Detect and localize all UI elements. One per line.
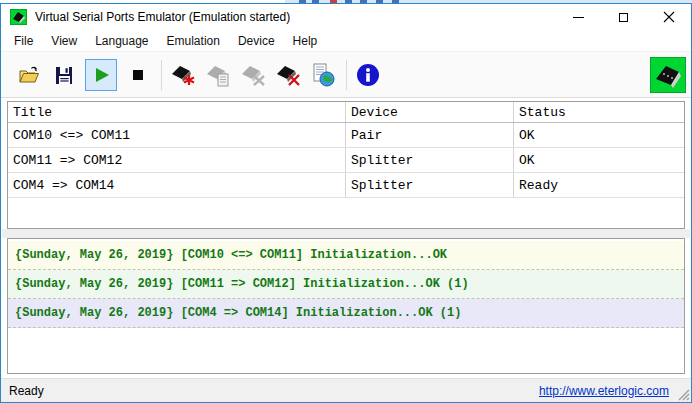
save-button[interactable]	[50, 60, 78, 90]
device-title: COM4 => COM14	[8, 173, 345, 197]
column-header-device[interactable]: Device	[345, 102, 513, 122]
log-panel: {Sunday, May 26, 2019} [COM10 <=> COM11]…	[7, 238, 685, 374]
log-entry-text: {Sunday, May 26, 2019} [COM10 <=> COM11]…	[15, 248, 447, 262]
device-status: Ready	[513, 173, 684, 197]
vspe-logo-icon	[650, 57, 686, 93]
start-emulation-button[interactable]	[85, 59, 117, 91]
table-header-row: Title Device Status	[8, 102, 684, 123]
open-button[interactable]	[15, 60, 43, 90]
table-row[interactable]: COM4 => COM14 Splitter Ready	[8, 173, 684, 198]
app-icon	[10, 9, 27, 25]
column-header-title[interactable]: Title	[8, 102, 345, 122]
toolbar-separator	[346, 60, 347, 90]
device-delete-all-icon	[275, 62, 301, 88]
device-status: OK	[513, 148, 684, 172]
minimize-icon	[573, 17, 584, 18]
floppy-disk-icon	[52, 63, 76, 87]
play-icon	[89, 63, 113, 87]
device-delete-icon	[240, 62, 266, 88]
toolbar	[1, 52, 691, 98]
window-title: Virtual Serial Ports Emulator (Emulation…	[35, 10, 290, 24]
folder-open-icon	[17, 63, 41, 87]
eterlogic-link[interactable]: http://www.eterlogic.com	[539, 384, 669, 398]
menu-emulation[interactable]: Emulation	[158, 31, 229, 51]
create-device-button[interactable]	[169, 60, 197, 90]
maximize-icon	[619, 13, 628, 22]
toolbar-separator	[161, 60, 162, 90]
device-title: COM11 => COM12	[8, 148, 345, 172]
menu-bar: File View Language Emulation Device Help	[1, 30, 691, 52]
screen: Virtual Serial Ports Emulator (Emulation…	[0, 0, 692, 403]
device-new-icon	[170, 62, 196, 88]
device-type: Pair	[345, 123, 513, 147]
log-entry[interactable]: {Sunday, May 26, 2019} [COM4 => COM14] I…	[8, 299, 684, 328]
panel-splitter[interactable]	[2, 229, 690, 238]
log-entry-text: {Sunday, May 26, 2019} [COM11 => COM12] …	[15, 277, 469, 291]
menu-help[interactable]: Help	[284, 31, 327, 51]
table-row[interactable]: COM10 <=> COM11 Pair OK	[8, 123, 684, 148]
info-icon	[355, 62, 381, 88]
devices-table: Title Device Status COM10 <=> COM11 Pair…	[7, 101, 685, 229]
minimize-button[interactable]	[556, 4, 601, 30]
device-type: Splitter	[345, 148, 513, 172]
log-entry[interactable]: {Sunday, May 26, 2019} [COM11 => COM12] …	[8, 270, 684, 299]
client-area: Title Device Status COM10 <=> COM11 Pair…	[1, 98, 691, 378]
resize-grip-icon[interactable]	[677, 388, 690, 401]
menu-device[interactable]: Device	[229, 31, 284, 51]
menu-view[interactable]: View	[42, 31, 86, 51]
log-entry[interactable]: {Sunday, May 26, 2019} [COM10 <=> COM11]…	[8, 241, 684, 270]
caption-buttons	[556, 4, 691, 30]
status-bar: Ready http://www.eterlogic.com	[1, 378, 691, 402]
close-button[interactable]	[646, 4, 691, 30]
device-type: Splitter	[345, 173, 513, 197]
maximize-button[interactable]	[601, 4, 646, 30]
close-icon	[663, 11, 675, 23]
delete-device-button	[239, 60, 267, 90]
log-entry-text: {Sunday, May 26, 2019} [COM4 => COM14] I…	[15, 306, 461, 320]
menu-file[interactable]: File	[5, 31, 42, 51]
stop-icon	[126, 63, 150, 87]
delete-all-devices-button[interactable]	[274, 60, 302, 90]
about-button[interactable]	[354, 60, 382, 90]
device-title: COM10 <=> COM11	[8, 123, 345, 147]
stop-emulation-button[interactable]	[124, 60, 152, 90]
title-bar: Virtual Serial Ports Emulator (Emulation…	[1, 4, 691, 30]
log-report-button[interactable]	[309, 60, 337, 90]
table-row[interactable]: COM11 => COM12 Splitter OK	[8, 148, 684, 173]
app-window: Virtual Serial Ports Emulator (Emulation…	[0, 3, 692, 403]
device-properties-button	[204, 60, 232, 90]
device-status: OK	[513, 123, 684, 147]
column-header-status[interactable]: Status	[513, 102, 684, 122]
status-message: Ready	[9, 384, 44, 398]
report-globe-icon	[310, 62, 336, 88]
menu-language[interactable]: Language	[86, 31, 157, 51]
device-properties-icon	[205, 62, 231, 88]
